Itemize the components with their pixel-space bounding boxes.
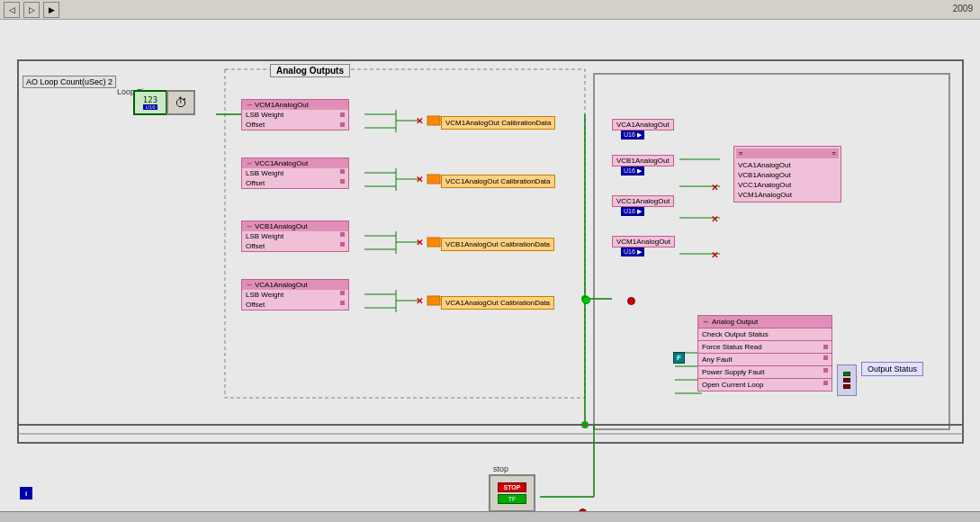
array-vcc1: VCC1AnalogOut: [736, 180, 839, 190]
svg-rect-30: [427, 175, 440, 184]
vcc1-block: ↔ VCC1AnalogOut LSB Weight Offset: [241, 158, 349, 189]
svg-text:✕: ✕: [416, 175, 423, 184]
vca1-header: ↔ VCA1AnalogOut: [242, 280, 348, 290]
ao-row-psfault: Power Supply Fault: [698, 365, 832, 378]
red-dot-1: [627, 297, 635, 305]
ao-loop-label: AO Loop Count(uSec) 2: [22, 76, 116, 88]
vcc1-header: ↔ VCC1AnalogOut: [242, 158, 348, 168]
right-vca1-u16: U16 ▶: [621, 130, 644, 140]
svg-text:✕: ✕: [711, 183, 718, 193]
vcb1-lsb-row: LSB Weight: [242, 231, 348, 241]
check-output-status-label: Check Output Status: [702, 330, 769, 338]
vcb1-header: ↔ VCB1AnalogOut: [242, 221, 348, 231]
ao-block-header-text: Analog Output: [712, 318, 758, 326]
vcm1-header: ↔ VCM1AnalogOut: [242, 100, 348, 110]
status-green-bar: [843, 372, 850, 376]
svg-text:✕: ✕: [416, 238, 423, 248]
vcm1-lsb-row: LSB Weight: [242, 110, 348, 120]
svg-text:✕: ✕: [711, 214, 718, 224]
svg-point-46: [581, 421, 589, 428]
ao-row-ocl: Open Current Loop: [698, 378, 832, 391]
vca1-offset-port: [340, 301, 345, 305]
output-status-box: Output Status: [861, 362, 923, 376]
loop-timer-icon: ⏱: [166, 90, 195, 115]
vcb1-lsb-port: [340, 232, 345, 237]
ao-block-header: ↔ Analog Output: [698, 316, 832, 328]
vca1-block: ↔ VCA1AnalogOut LSB Weight Offset: [241, 279, 349, 310]
right-vcm1-label: VCM1AnalogOut: [612, 236, 675, 248]
svg-rect-47: [18, 425, 963, 443]
stop-label: stop: [493, 464, 508, 473]
vcc1-calib-box: VCC1AnalogOut CalibrationData: [441, 175, 555, 188]
analog-outputs-title: Analog Outputs: [270, 64, 350, 77]
vca1-calib-box: VCA1AnalogOut CalibrationData: [441, 296, 554, 310]
vcm1-lsb-port: [340, 112, 345, 117]
svg-text:✕: ✕: [416, 296, 423, 306]
right-vcc1-label: VCC1AnalogOut: [612, 195, 674, 207]
vcb1-offset-port: [340, 242, 345, 247]
vcm1-offset-port: [340, 122, 345, 127]
analog-output-block: ↔ Analog Output Check Output Status Forc…: [697, 315, 832, 392]
svg-text:✕: ✕: [711, 250, 718, 260]
force-status-read-label: Force Status Read: [702, 343, 762, 351]
vcm1-offset-row: Offset: [242, 120, 348, 130]
right-vcm1-u16: U16 ▶: [621, 248, 644, 256]
horizontal-scrollbar[interactable]: [0, 511, 980, 522]
array-cluster-block: ≈≈ VCA1AnalogOut VCB1AnalogOut VCC1Analo…: [733, 146, 841, 202]
u16-badge: U16: [143, 104, 157, 110]
vcc1-lsb-port: [340, 169, 345, 174]
corner-index-bottom: i: [20, 487, 32, 500]
svg-rect-31: [427, 238, 440, 247]
power-supply-fault-label: Power Supply Fault: [702, 368, 764, 376]
vcm1-name: VCM1AnalogOut: [255, 101, 309, 109]
vcc1-name: VCC1AnalogOut: [255, 159, 308, 167]
vca1-offset-row: Offset: [242, 300, 348, 310]
stop-button[interactable]: STOP TF: [489, 474, 535, 512]
status-indicator-cluster: [837, 364, 857, 396]
vcb1-offset-row: Offset: [242, 241, 348, 251]
ao-row-force: Force Status Read: [698, 340, 832, 353]
vcc1-offset-port: [340, 179, 345, 184]
vcc1-offset-row: Offset: [242, 178, 348, 188]
vca1-lsb-row: LSB Weight: [242, 290, 348, 300]
tf-text: TF: [498, 494, 526, 504]
vcm1-calib-box: VCM1AnalogOut CalibrationData: [441, 116, 555, 130]
back-button[interactable]: ◁: [4, 2, 20, 18]
year-label: 2009: [953, 4, 973, 14]
svg-rect-32: [427, 296, 440, 305]
array-vcm1: VCM1AnalogOut: [736, 190, 839, 200]
vcb1-calib-box: VCB1AnalogOut CalibrationData: [441, 238, 554, 251]
right-vcc1-u16: U16 ▶: [621, 207, 644, 216]
vcb1-block: ↔ VCB1AnalogOut LSB Weight Offset: [241, 220, 349, 252]
run-button[interactable]: ▶: [43, 2, 59, 18]
vcm1-block: ↔ VCM1AnalogOut LSB Weight Offset: [241, 99, 349, 130]
vca1-name: VCA1AnalogOut: [255, 281, 308, 289]
loop-dot-green: [582, 296, 590, 304]
numeric-value: 123: [143, 95, 157, 104]
right-vcb1-label: VCB1AnalogOut: [612, 155, 674, 166]
toolbar: ◁ ▷ ▶ 2009: [0, 0, 980, 20]
bool-f-indicator: F: [673, 352, 685, 364]
array-vca1: VCA1AnalogOut: [736, 160, 839, 170]
numeric-indicator: 123 U16: [133, 90, 167, 115]
right-vcb1-u16: U16 ▶: [621, 166, 644, 176]
forward-button[interactable]: ▷: [23, 2, 40, 18]
svg-rect-29: [427, 116, 440, 125]
vcb1-name: VCB1AnalogOut: [255, 222, 308, 230]
any-fault-label: Any Fault: [702, 356, 733, 364]
right-vca1-label: VCA1AnalogOut: [612, 119, 674, 130]
ao-row-fault: Any Fault: [698, 353, 832, 365]
status-red-bar2: [843, 384, 850, 389]
open-current-loop-label: Open Current Loop: [702, 381, 764, 389]
vcc1-lsb-row: LSB Weight: [242, 168, 348, 178]
status-red-bar: [843, 378, 850, 382]
array-vcb1: VCB1AnalogOut: [736, 170, 839, 180]
stop-text: STOP: [498, 482, 526, 492]
vca1-lsb-port: [340, 291, 345, 295]
main-canvas: ✕ ✕ ✕ ✕ ✕ ✕ ✕ ✕ Analog Outputs AO L: [0, 20, 980, 522]
svg-text:✕: ✕: [416, 116, 423, 126]
ao-row-check: Check Output Status: [698, 328, 832, 340]
array-header: ≈≈: [736, 148, 839, 158]
